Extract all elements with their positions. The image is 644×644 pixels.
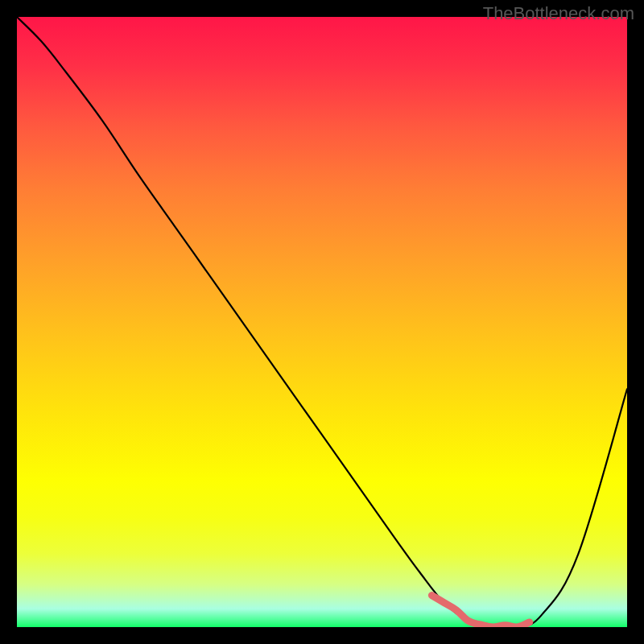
plot-area: [17, 17, 627, 627]
watermark-label: TheBottleneck.com: [483, 3, 634, 24]
main-curve: [17, 17, 627, 627]
highlight-segment: [431, 596, 529, 627]
curve-overlay: [17, 17, 627, 627]
chart-container: TheBottleneck.com: [0, 0, 644, 644]
